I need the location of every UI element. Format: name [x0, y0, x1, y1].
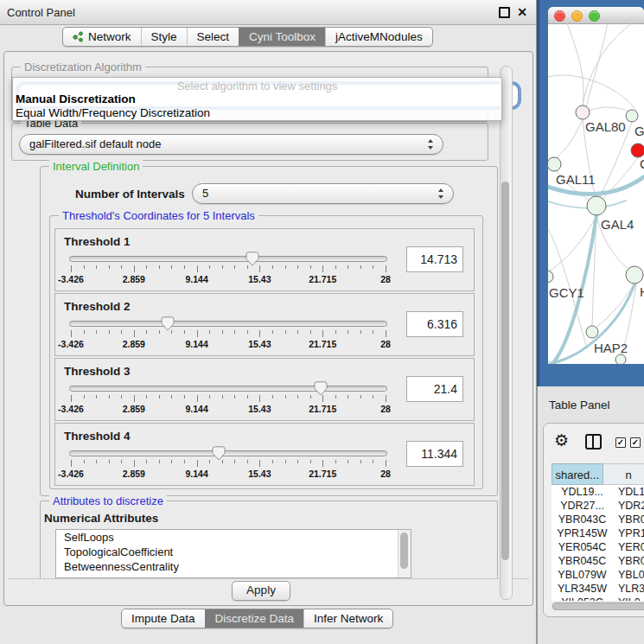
table-row[interactable]: YIL052CYIL0: [552, 596, 644, 601]
node-label-gcy1: GCY1: [549, 285, 584, 300]
close-traffic-light-icon[interactable]: [554, 10, 565, 22]
tab-network[interactable]: Network: [63, 28, 141, 46]
slider-thumb[interactable]: [212, 446, 226, 463]
combo-spinner-icon: [438, 188, 444, 199]
algorithm-dropdown-popup: Select algorithm to view settings Manual…: [12, 77, 502, 121]
network-node[interactable]: [548, 271, 553, 283]
checkbox-icon[interactable]: ✓: [615, 437, 626, 448]
table-row[interactable]: YBL079WYBL0: [552, 568, 644, 582]
apply-button[interactable]: Apply: [232, 581, 290, 601]
column-layout-icon[interactable]: [585, 434, 602, 450]
network-edge[interactable]: [589, 107, 630, 112]
network-node[interactable]: [615, 354, 626, 364]
tab-style[interactable]: Style: [141, 28, 187, 46]
thresholds-group-title: Threshold's Coordinates for 5 Intervals: [59, 209, 258, 222]
table-row[interactable]: YBR043CYBR0: [552, 513, 644, 526]
table-row[interactable]: YDR27...YDR2: [552, 499, 644, 513]
attributes-list[interactable]: SelfLoopsTopologicalCoefficientBetweenne…: [55, 529, 411, 578]
slider-track[interactable]: [69, 256, 387, 262]
bottom-tab-infer-network[interactable]: Infer Network: [303, 609, 392, 628]
network-node[interactable]: [548, 157, 561, 171]
column-header-shared-name[interactable]: shared...: [552, 463, 603, 485]
panel-title: Control Panel: [7, 6, 75, 19]
cell-shared-name: YER054C: [552, 540, 613, 554]
table-data-group: Table Data galFiltered.sif default node: [11, 123, 488, 161]
bottom-tab-discretize-data[interactable]: Discretize Data: [205, 609, 304, 628]
algorithm-option-equal-width[interactable]: Equal Width/Frequency Discretization: [16, 106, 210, 119]
num-intervals-combobox[interactable]: 5: [192, 183, 454, 204]
slider-track[interactable]: [69, 321, 387, 327]
control-panel-titlebar: Control Panel ✕: [0, 0, 536, 25]
network-node[interactable]: [631, 143, 644, 157]
network-edge[interactable]: [586, 23, 609, 107]
table-row[interactable]: YBR045CYBR0: [552, 554, 644, 568]
network-view-frame: GAL80GACGAL11GAL4GCY1HHAP2: [537, 0, 644, 386]
table-row[interactable]: YLR345WYLR3: [552, 582, 644, 596]
tab-cyni-toolbox[interactable]: Cyni Toolbox: [239, 28, 325, 46]
attribute-item-betweennesscentrality[interactable]: BetweennessCentrality: [56, 559, 411, 574]
table-row[interactable]: YER054CYER0: [552, 540, 644, 554]
slider-thumb[interactable]: [161, 316, 175, 334]
scrollbar-thumb[interactable]: [501, 182, 509, 560]
slider-thumb[interactable]: [314, 381, 328, 399]
network-edge[interactable]: [565, 23, 583, 105]
threshold-slider[interactable]: -3.4262.8599.14415.4321.71528: [69, 449, 387, 481]
cell-name: YBL0: [613, 568, 644, 582]
table-data-combobox[interactable]: galFiltered.sif default node: [19, 134, 443, 155]
attributes-list-scrollbar[interactable]: [398, 530, 411, 577]
slider-thumb[interactable]: [245, 252, 259, 269]
gear-icon[interactable]: ⚙: [554, 430, 569, 450]
threshold-label: Threshold 4: [64, 430, 131, 443]
table-horizontal-scrollbar[interactable]: [552, 602, 644, 609]
node-table: shared... n YDL19...YDL1YDR27...YDR2YBR0…: [552, 463, 644, 601]
threshold-slider[interactable]: -3.4262.8599.14415.4321.71528: [69, 319, 387, 352]
threshold-rows: Threshold 1-3.4262.8599.14415.4321.71528…: [50, 228, 482, 488]
column-header-name[interactable]: n: [603, 463, 644, 485]
threshold-slider[interactable]: -3.4262.8599.14415.4321.71528: [69, 384, 387, 417]
threshold-value-field[interactable]: 6.316: [406, 311, 463, 337]
table-row[interactable]: YDL19...YDL1: [552, 485, 644, 499]
viewport-divider: [8, 578, 529, 579]
combo-spinner-icon: [428, 139, 434, 150]
cell-shared-name: YDL19...: [552, 485, 613, 499]
network-node[interactable]: [576, 105, 590, 119]
panel-vertical-scrollbar[interactable]: [500, 66, 513, 600]
slider-tick-labels: -3.4262.8599.14415.4321.71528: [71, 469, 386, 479]
cell-shared-name: YBR043C: [552, 513, 613, 526]
network-node[interactable]: [586, 326, 598, 338]
slider-track[interactable]: [69, 450, 387, 456]
threshold-value-field[interactable]: 21.4: [406, 376, 463, 402]
algorithm-option-manual[interactable]: Manual Discretization: [16, 92, 136, 105]
network-edge[interactable]: [548, 75, 636, 110]
table-row[interactable]: YPR145WYPR1: [552, 526, 644, 540]
network-node[interactable]: [626, 110, 638, 122]
node-label-c: C: [640, 156, 644, 171]
tab-label: Select: [197, 30, 230, 43]
numerical-attributes-label: Numerical Attributes: [44, 512, 158, 525]
threshold-value-field[interactable]: 11.344: [406, 441, 463, 467]
scrollbar-thumb[interactable]: [552, 603, 644, 610]
tab-label: Discretize Data: [215, 612, 295, 625]
network-edge[interactable]: [556, 119, 583, 158]
attribute-item-selfloops[interactable]: SelfLoops: [56, 530, 411, 545]
float-window-icon[interactable]: [499, 7, 510, 18]
threshold-value-field[interactable]: 14.713: [406, 246, 463, 272]
threshold-slider[interactable]: -3.4262.8599.14415.4321.71528: [69, 254, 387, 287]
network-node[interactable]: [626, 266, 643, 284]
zoom-traffic-light-icon[interactable]: [589, 10, 600, 22]
attribute-item-topologicalcoefficient[interactable]: TopologicalCoefficient: [56, 545, 411, 559]
tab-jactivemnodules[interactable]: jActiveMNodules: [325, 28, 432, 46]
cyni-toolbox-panel: Discretization Algorithm Select algorith…: [3, 51, 533, 606]
minimize-traffic-light-icon[interactable]: [571, 10, 583, 22]
checkbox-icon[interactable]: ✓: [630, 437, 641, 448]
network-canvas[interactable]: GAL80GACGAL11GAL4GCY1HHAP2: [548, 23, 644, 364]
tab-select[interactable]: Select: [187, 28, 239, 46]
network-edge[interactable]: [583, 23, 639, 105]
network-node[interactable]: [587, 196, 606, 215]
num-intervals-value: 5: [202, 187, 208, 200]
bottom-tab-impute-data[interactable]: Impute Data: [122, 609, 205, 628]
scrollbar-thumb[interactable]: [400, 532, 408, 569]
close-icon[interactable]: ✕: [517, 5, 527, 19]
slider-track[interactable]: [69, 386, 387, 392]
app-root: Control Panel ✕ NetworkStyleSelectCyni T…: [0, 0, 644, 644]
